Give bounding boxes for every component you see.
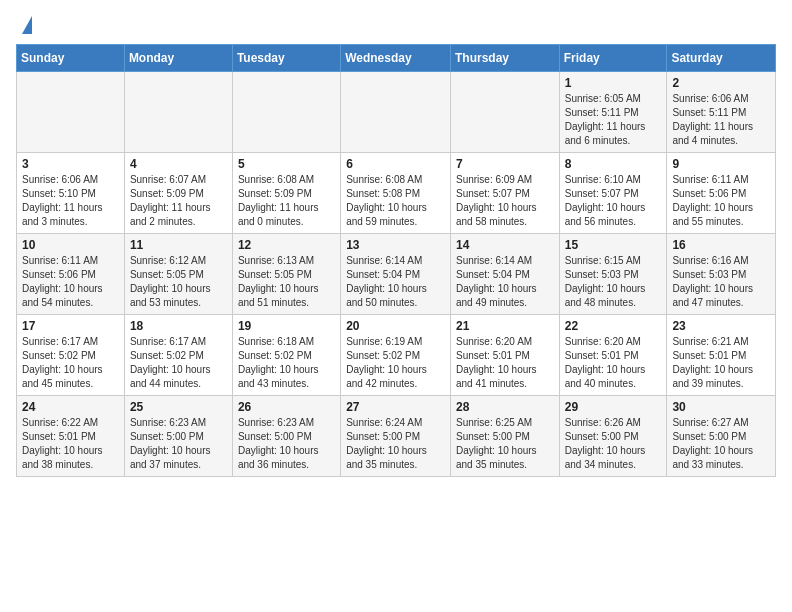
calendar-week-2: 3Sunrise: 6:06 AM Sunset: 5:10 PM Daylig…	[17, 153, 776, 234]
calendar-cell: 29Sunrise: 6:26 AM Sunset: 5:00 PM Dayli…	[559, 396, 667, 477]
calendar-cell: 16Sunrise: 6:16 AM Sunset: 5:03 PM Dayli…	[667, 234, 776, 315]
calendar-cell: 23Sunrise: 6:21 AM Sunset: 5:01 PM Dayli…	[667, 315, 776, 396]
cell-date-number: 2	[672, 76, 770, 90]
cell-date-number: 30	[672, 400, 770, 414]
cell-info: Sunrise: 6:22 AM Sunset: 5:01 PM Dayligh…	[22, 416, 119, 472]
cell-info: Sunrise: 6:14 AM Sunset: 5:04 PM Dayligh…	[346, 254, 445, 310]
cell-info: Sunrise: 6:26 AM Sunset: 5:00 PM Dayligh…	[565, 416, 662, 472]
calendar-week-4: 17Sunrise: 6:17 AM Sunset: 5:02 PM Dayli…	[17, 315, 776, 396]
cell-info: Sunrise: 6:21 AM Sunset: 5:01 PM Dayligh…	[672, 335, 770, 391]
cell-date-number: 27	[346, 400, 445, 414]
cell-info: Sunrise: 6:06 AM Sunset: 5:10 PM Dayligh…	[22, 173, 119, 229]
cell-info: Sunrise: 6:16 AM Sunset: 5:03 PM Dayligh…	[672, 254, 770, 310]
calendar-cell: 18Sunrise: 6:17 AM Sunset: 5:02 PM Dayli…	[124, 315, 232, 396]
cell-date-number: 17	[22, 319, 119, 333]
calendar-cell: 25Sunrise: 6:23 AM Sunset: 5:00 PM Dayli…	[124, 396, 232, 477]
cell-info: Sunrise: 6:20 AM Sunset: 5:01 PM Dayligh…	[565, 335, 662, 391]
calendar-cell: 2Sunrise: 6:06 AM Sunset: 5:11 PM Daylig…	[667, 72, 776, 153]
calendar-cell: 15Sunrise: 6:15 AM Sunset: 5:03 PM Dayli…	[559, 234, 667, 315]
calendar-week-5: 24Sunrise: 6:22 AM Sunset: 5:01 PM Dayli…	[17, 396, 776, 477]
calendar-cell	[124, 72, 232, 153]
calendar-cell: 11Sunrise: 6:12 AM Sunset: 5:05 PM Dayli…	[124, 234, 232, 315]
weekday-header-tuesday: Tuesday	[232, 45, 340, 72]
cell-date-number: 8	[565, 157, 662, 171]
calendar-cell: 5Sunrise: 6:08 AM Sunset: 5:09 PM Daylig…	[232, 153, 340, 234]
cell-date-number: 29	[565, 400, 662, 414]
calendar-cell: 13Sunrise: 6:14 AM Sunset: 5:04 PM Dayli…	[341, 234, 451, 315]
cell-date-number: 14	[456, 238, 554, 252]
calendar-cell: 14Sunrise: 6:14 AM Sunset: 5:04 PM Dayli…	[450, 234, 559, 315]
calendar-cell: 7Sunrise: 6:09 AM Sunset: 5:07 PM Daylig…	[450, 153, 559, 234]
cell-info: Sunrise: 6:18 AM Sunset: 5:02 PM Dayligh…	[238, 335, 335, 391]
cell-date-number: 24	[22, 400, 119, 414]
cell-date-number: 21	[456, 319, 554, 333]
cell-info: Sunrise: 6:25 AM Sunset: 5:00 PM Dayligh…	[456, 416, 554, 472]
cell-info: Sunrise: 6:23 AM Sunset: 5:00 PM Dayligh…	[130, 416, 227, 472]
cell-date-number: 18	[130, 319, 227, 333]
calendar-body: 1Sunrise: 6:05 AM Sunset: 5:11 PM Daylig…	[17, 72, 776, 477]
cell-info: Sunrise: 6:13 AM Sunset: 5:05 PM Dayligh…	[238, 254, 335, 310]
cell-info: Sunrise: 6:20 AM Sunset: 5:01 PM Dayligh…	[456, 335, 554, 391]
cell-date-number: 19	[238, 319, 335, 333]
cell-info: Sunrise: 6:24 AM Sunset: 5:00 PM Dayligh…	[346, 416, 445, 472]
cell-date-number: 25	[130, 400, 227, 414]
calendar-cell: 3Sunrise: 6:06 AM Sunset: 5:10 PM Daylig…	[17, 153, 125, 234]
cell-info: Sunrise: 6:19 AM Sunset: 5:02 PM Dayligh…	[346, 335, 445, 391]
weekday-header-friday: Friday	[559, 45, 667, 72]
cell-info: Sunrise: 6:17 AM Sunset: 5:02 PM Dayligh…	[22, 335, 119, 391]
weekday-header-thursday: Thursday	[450, 45, 559, 72]
cell-info: Sunrise: 6:27 AM Sunset: 5:00 PM Dayligh…	[672, 416, 770, 472]
cell-date-number: 4	[130, 157, 227, 171]
cell-date-number: 11	[130, 238, 227, 252]
cell-info: Sunrise: 6:08 AM Sunset: 5:08 PM Dayligh…	[346, 173, 445, 229]
calendar-cell: 1Sunrise: 6:05 AM Sunset: 5:11 PM Daylig…	[559, 72, 667, 153]
weekday-header-saturday: Saturday	[667, 45, 776, 72]
cell-info: Sunrise: 6:12 AM Sunset: 5:05 PM Dayligh…	[130, 254, 227, 310]
calendar-cell: 19Sunrise: 6:18 AM Sunset: 5:02 PM Dayli…	[232, 315, 340, 396]
cell-info: Sunrise: 6:11 AM Sunset: 5:06 PM Dayligh…	[672, 173, 770, 229]
calendar-cell: 12Sunrise: 6:13 AM Sunset: 5:05 PM Dayli…	[232, 234, 340, 315]
cell-info: Sunrise: 6:09 AM Sunset: 5:07 PM Dayligh…	[456, 173, 554, 229]
cell-date-number: 28	[456, 400, 554, 414]
cell-date-number: 3	[22, 157, 119, 171]
cell-date-number: 7	[456, 157, 554, 171]
weekday-header-sunday: Sunday	[17, 45, 125, 72]
cell-date-number: 12	[238, 238, 335, 252]
cell-date-number: 15	[565, 238, 662, 252]
cell-info: Sunrise: 6:07 AM Sunset: 5:09 PM Dayligh…	[130, 173, 227, 229]
cell-date-number: 20	[346, 319, 445, 333]
weekday-header-monday: Monday	[124, 45, 232, 72]
cell-date-number: 6	[346, 157, 445, 171]
calendar-cell	[232, 72, 340, 153]
cell-info: Sunrise: 6:05 AM Sunset: 5:11 PM Dayligh…	[565, 92, 662, 148]
cell-info: Sunrise: 6:17 AM Sunset: 5:02 PM Dayligh…	[130, 335, 227, 391]
cell-date-number: 10	[22, 238, 119, 252]
calendar-cell	[341, 72, 451, 153]
cell-info: Sunrise: 6:15 AM Sunset: 5:03 PM Dayligh…	[565, 254, 662, 310]
calendar-cell	[450, 72, 559, 153]
calendar-week-3: 10Sunrise: 6:11 AM Sunset: 5:06 PM Dayli…	[17, 234, 776, 315]
cell-date-number: 1	[565, 76, 662, 90]
cell-date-number: 26	[238, 400, 335, 414]
logo-triangle-icon	[22, 16, 32, 34]
cell-info: Sunrise: 6:11 AM Sunset: 5:06 PM Dayligh…	[22, 254, 119, 310]
calendar-cell: 6Sunrise: 6:08 AM Sunset: 5:08 PM Daylig…	[341, 153, 451, 234]
calendar-cell: 10Sunrise: 6:11 AM Sunset: 5:06 PM Dayli…	[17, 234, 125, 315]
calendar-cell: 26Sunrise: 6:23 AM Sunset: 5:00 PM Dayli…	[232, 396, 340, 477]
cell-info: Sunrise: 6:23 AM Sunset: 5:00 PM Dayligh…	[238, 416, 335, 472]
cell-info: Sunrise: 6:08 AM Sunset: 5:09 PM Dayligh…	[238, 173, 335, 229]
calendar-cell: 21Sunrise: 6:20 AM Sunset: 5:01 PM Dayli…	[450, 315, 559, 396]
calendar-header-row: SundayMondayTuesdayWednesdayThursdayFrid…	[17, 45, 776, 72]
cell-info: Sunrise: 6:06 AM Sunset: 5:11 PM Dayligh…	[672, 92, 770, 148]
cell-date-number: 13	[346, 238, 445, 252]
calendar-cell: 22Sunrise: 6:20 AM Sunset: 5:01 PM Dayli…	[559, 315, 667, 396]
cell-date-number: 5	[238, 157, 335, 171]
cell-date-number: 16	[672, 238, 770, 252]
cell-info: Sunrise: 6:10 AM Sunset: 5:07 PM Dayligh…	[565, 173, 662, 229]
calendar-table: SundayMondayTuesdayWednesdayThursdayFrid…	[16, 44, 776, 477]
calendar-cell	[17, 72, 125, 153]
calendar-cell: 4Sunrise: 6:07 AM Sunset: 5:09 PM Daylig…	[124, 153, 232, 234]
calendar-cell: 8Sunrise: 6:10 AM Sunset: 5:07 PM Daylig…	[559, 153, 667, 234]
logo	[16, 16, 32, 34]
weekday-header-wednesday: Wednesday	[341, 45, 451, 72]
